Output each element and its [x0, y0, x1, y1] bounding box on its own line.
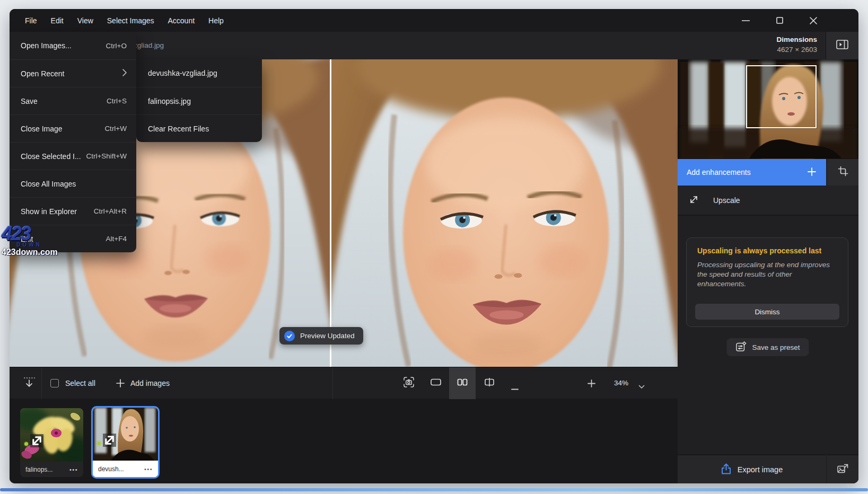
split-view-button[interactable]: [476, 367, 503, 399]
plus-icon: [807, 167, 817, 178]
menu-item-shortcut: Ctrl+Shift+W: [86, 152, 127, 160]
add-enhancements-label: Add enhancements: [687, 168, 751, 177]
status-dot-icon: [97, 442, 101, 445]
menu-item-shortcut: Ctrl+S: [107, 97, 127, 105]
menu-item-label: Open Recent: [21, 69, 65, 78]
collapse-filmstrip-button[interactable]: [17, 367, 41, 399]
menu-item-save[interactable]: Save Ctrl+S: [10, 87, 136, 114]
menu-item-label: Exit: [21, 235, 33, 243]
export-image-button[interactable]: Export image: [678, 454, 826, 483]
autofocus-preview-button[interactable]: [396, 367, 422, 399]
expand-icon[interactable]: [30, 434, 43, 447]
menu-item-show-in-explorer[interactable]: Show in Explorer Ctrl+Alt+R: [10, 197, 136, 225]
recent-file-falinopsis[interactable]: falinopsis.jpg: [136, 87, 262, 114]
close-button[interactable]: [805, 13, 821, 29]
navigator-viewport-rect[interactable]: [746, 65, 817, 128]
dimensions-value: 4627 × 2603: [776, 46, 817, 54]
zoom-level-value[interactable]: 34%: [614, 379, 628, 387]
thumbnail-devushka-image: [93, 408, 158, 461]
save-as-preset-button[interactable]: Save as preset: [726, 338, 809, 356]
split-view-icon: [484, 376, 495, 390]
side-by-side-view-button[interactable]: [449, 367, 476, 399]
menu-item-label: Close Image: [21, 125, 63, 133]
upscale-icon: [689, 195, 699, 206]
toolbar-divider: [41, 367, 42, 399]
menu-item-shortcut: Alt+F4: [106, 235, 127, 243]
thumbnail-name: devush...: [98, 465, 124, 473]
dismiss-button[interactable]: Dismiss: [695, 304, 839, 320]
menu-file[interactable]: File: [18, 13, 44, 28]
menu-view[interactable]: View: [71, 13, 100, 28]
menu-item-close-all-images[interactable]: Close All Images: [10, 170, 136, 197]
add-images-button[interactable]: Add images: [130, 379, 170, 387]
single-view-icon: [430, 376, 442, 390]
crop-button[interactable]: [827, 159, 858, 186]
collapse-panel-button[interactable]: [826, 32, 858, 59]
zoom-chevron-down-icon[interactable]: [638, 382, 645, 391]
dimensions-block: Dimensions 4627 × 2603: [776, 36, 817, 54]
menu-account[interactable]: Account: [161, 13, 202, 28]
add-images-plus-icon: [116, 378, 125, 390]
preview-updated-toast: Preview Updated: [279, 327, 363, 345]
crop-icon: [838, 166, 848, 179]
upscaling-notice-card: Upscaling is always processed last Proce…: [686, 237, 848, 327]
zoom-out-button[interactable]: [511, 383, 519, 392]
toolbar-divider-2: [332, 367, 333, 399]
thumbnail-more-menu[interactable]: •••: [69, 466, 78, 473]
dimensions-label: Dimensions: [776, 36, 817, 43]
menu-item-label: Close Selected I...: [21, 152, 81, 161]
save-as-preset-label: Save as preset: [752, 343, 800, 351]
menu-item-shortcut: Ctrl+Alt+R: [94, 207, 127, 215]
thumbnail-label-row: falinops... •••: [20, 462, 83, 477]
menu-item-label: devushka-vzgliad.jpg: [148, 69, 217, 77]
panel-toggle-icon: [836, 39, 848, 52]
menu-item-close-selected[interactable]: Close Selected I... Ctrl+Shift+W: [10, 142, 136, 170]
thumbnail-falinopsis[interactable]: falinops... •••: [20, 408, 83, 477]
menu-item-label: Save: [21, 97, 38, 105]
collapse-filmstrip-icon: [23, 376, 36, 391]
menu-item-open-recent[interactable]: Open Recent: [10, 59, 136, 87]
thumbnail-name: falinops...: [25, 466, 52, 473]
toast-label: Preview Updated: [300, 332, 355, 340]
chevron-right-icon: [122, 69, 127, 78]
side-by-side-view-icon: [457, 376, 468, 390]
export-options-button[interactable]: [827, 454, 858, 483]
bottom-toolbar: Select all Add images: [10, 367, 678, 399]
menu-item-exit[interactable]: Exit Alt+F4: [10, 225, 136, 252]
menu-item-shortcut: Ctrl+O: [106, 42, 127, 50]
expand-icon[interactable]: [103, 434, 116, 447]
menu-item-label: Close All Images: [21, 180, 76, 188]
maximize-button[interactable]: [771, 13, 787, 29]
header-bar: devushka-vzgliad.jpg Dimensions 4627 × 2…: [10, 32, 858, 59]
single-view-button[interactable]: [423, 367, 449, 399]
minimize-button[interactable]: [738, 13, 753, 29]
notice-body: Processing upscaling at the end improves…: [697, 260, 837, 289]
after-image[interactable]: [331, 59, 678, 367]
menu-item-label: Clear Recent Files: [148, 125, 209, 133]
recent-file-devushka[interactable]: devushka-vzgliad.jpg: [136, 59, 262, 87]
menu-select-images[interactable]: Select Images: [100, 13, 161, 28]
thumbnail-devushka-selected[interactable]: devush... •••: [91, 406, 160, 479]
menu-item-label: Open Images...: [21, 41, 72, 50]
navigator-preview[interactable]: [678, 59, 858, 159]
notice-title: Upscaling is always processed last: [697, 246, 837, 255]
check-circle-icon: [284, 331, 295, 341]
compare-divider[interactable]: [330, 59, 331, 367]
thumbnail-falinopsis-image: [20, 408, 83, 462]
menu-bar: File Edit View Select Images Account Hel…: [10, 9, 858, 32]
thumbnail-label-row: devush... •••: [93, 461, 158, 477]
select-all-checkbox[interactable]: [50, 379, 59, 387]
menu-item-close-image[interactable]: Close Image Ctrl+W: [10, 114, 136, 142]
menu-item-shortcut: Ctrl+W: [104, 125, 127, 133]
app-window: devushka-vzgliad.jpg Dimensions 4627 × 2…: [10, 9, 858, 483]
zoom-in-button[interactable]: [588, 380, 595, 390]
clear-recent-files[interactable]: Clear Recent Files: [136, 114, 262, 142]
menu-help[interactable]: Help: [201, 13, 231, 28]
preset-icon: [735, 341, 746, 354]
menu-item-open-images[interactable]: Open Images... Ctrl+O: [10, 32, 136, 59]
enhancement-upscale[interactable]: Upscale: [678, 186, 858, 216]
add-enhancements-button[interactable]: Add enhancements: [678, 159, 826, 186]
thumbnail-more-menu[interactable]: •••: [144, 466, 153, 472]
select-all-label[interactable]: Select all: [65, 379, 95, 387]
menu-edit[interactable]: Edit: [44, 13, 71, 28]
